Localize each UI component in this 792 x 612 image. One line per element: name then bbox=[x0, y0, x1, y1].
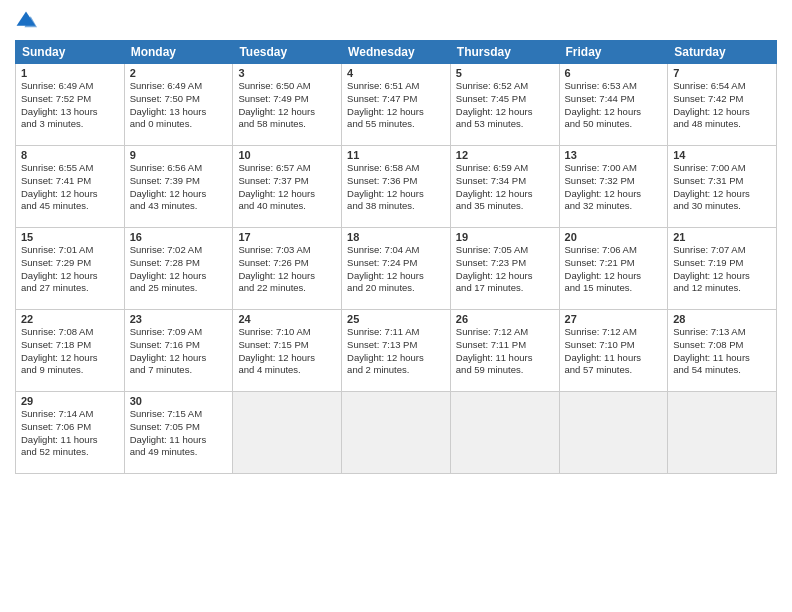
day-number: 14 bbox=[673, 149, 771, 161]
day-info: Sunrise: 7:02 AMSunset: 7:28 PMDaylight:… bbox=[130, 244, 228, 295]
calendar-table: SundayMondayTuesdayWednesdayThursdayFrid… bbox=[15, 40, 777, 474]
day-info: Sunrise: 7:10 AMSunset: 7:15 PMDaylight:… bbox=[238, 326, 336, 377]
day-number: 13 bbox=[565, 149, 663, 161]
calendar-cell: 4Sunrise: 6:51 AMSunset: 7:47 PMDaylight… bbox=[342, 64, 451, 146]
week-row: 22Sunrise: 7:08 AMSunset: 7:18 PMDayligh… bbox=[16, 310, 777, 392]
day-number: 10 bbox=[238, 149, 336, 161]
day-info: Sunrise: 6:49 AMSunset: 7:52 PMDaylight:… bbox=[21, 80, 119, 131]
day-number: 21 bbox=[673, 231, 771, 243]
week-row: 1Sunrise: 6:49 AMSunset: 7:52 PMDaylight… bbox=[16, 64, 777, 146]
day-number: 29 bbox=[21, 395, 119, 407]
day-header: Monday bbox=[124, 41, 233, 64]
day-info: Sunrise: 7:09 AMSunset: 7:16 PMDaylight:… bbox=[130, 326, 228, 377]
calendar-cell: 2Sunrise: 6:49 AMSunset: 7:50 PMDaylight… bbox=[124, 64, 233, 146]
day-info: Sunrise: 7:15 AMSunset: 7:05 PMDaylight:… bbox=[130, 408, 228, 459]
day-number: 26 bbox=[456, 313, 554, 325]
calendar-cell: 7Sunrise: 6:54 AMSunset: 7:42 PMDaylight… bbox=[668, 64, 777, 146]
day-number: 7 bbox=[673, 67, 771, 79]
calendar-cell: 30Sunrise: 7:15 AMSunset: 7:05 PMDayligh… bbox=[124, 392, 233, 474]
day-number: 6 bbox=[565, 67, 663, 79]
calendar-cell: 16Sunrise: 7:02 AMSunset: 7:28 PMDayligh… bbox=[124, 228, 233, 310]
calendar-cell: 27Sunrise: 7:12 AMSunset: 7:10 PMDayligh… bbox=[559, 310, 668, 392]
day-number: 30 bbox=[130, 395, 228, 407]
day-info: Sunrise: 6:55 AMSunset: 7:41 PMDaylight:… bbox=[21, 162, 119, 213]
day-info: Sunrise: 7:06 AMSunset: 7:21 PMDaylight:… bbox=[565, 244, 663, 295]
calendar-cell: 26Sunrise: 7:12 AMSunset: 7:11 PMDayligh… bbox=[450, 310, 559, 392]
day-info: Sunrise: 6:57 AMSunset: 7:37 PMDaylight:… bbox=[238, 162, 336, 213]
calendar-cell: 22Sunrise: 7:08 AMSunset: 7:18 PMDayligh… bbox=[16, 310, 125, 392]
calendar-cell: 6Sunrise: 6:53 AMSunset: 7:44 PMDaylight… bbox=[559, 64, 668, 146]
day-number: 15 bbox=[21, 231, 119, 243]
day-info: Sunrise: 7:11 AMSunset: 7:13 PMDaylight:… bbox=[347, 326, 445, 377]
calendar-cell: 12Sunrise: 6:59 AMSunset: 7:34 PMDayligh… bbox=[450, 146, 559, 228]
day-number: 28 bbox=[673, 313, 771, 325]
logo bbox=[15, 10, 41, 32]
day-info: Sunrise: 7:03 AMSunset: 7:26 PMDaylight:… bbox=[238, 244, 336, 295]
day-info: Sunrise: 6:58 AMSunset: 7:36 PMDaylight:… bbox=[347, 162, 445, 213]
day-number: 1 bbox=[21, 67, 119, 79]
calendar-cell: 18Sunrise: 7:04 AMSunset: 7:24 PMDayligh… bbox=[342, 228, 451, 310]
calendar-body: 1Sunrise: 6:49 AMSunset: 7:52 PMDaylight… bbox=[16, 64, 777, 474]
calendar-cell: 1Sunrise: 6:49 AMSunset: 7:52 PMDaylight… bbox=[16, 64, 125, 146]
calendar-cell: 11Sunrise: 6:58 AMSunset: 7:36 PMDayligh… bbox=[342, 146, 451, 228]
day-number: 18 bbox=[347, 231, 445, 243]
day-header: Thursday bbox=[450, 41, 559, 64]
calendar-cell bbox=[668, 392, 777, 474]
day-info: Sunrise: 7:00 AMSunset: 7:31 PMDaylight:… bbox=[673, 162, 771, 213]
day-number: 22 bbox=[21, 313, 119, 325]
day-info: Sunrise: 7:04 AMSunset: 7:24 PMDaylight:… bbox=[347, 244, 445, 295]
day-header: Sunday bbox=[16, 41, 125, 64]
day-info: Sunrise: 7:14 AMSunset: 7:06 PMDaylight:… bbox=[21, 408, 119, 459]
calendar-header: SundayMondayTuesdayWednesdayThursdayFrid… bbox=[16, 41, 777, 64]
day-number: 16 bbox=[130, 231, 228, 243]
calendar-cell: 14Sunrise: 7:00 AMSunset: 7:31 PMDayligh… bbox=[668, 146, 777, 228]
day-number: 12 bbox=[456, 149, 554, 161]
calendar-cell: 20Sunrise: 7:06 AMSunset: 7:21 PMDayligh… bbox=[559, 228, 668, 310]
day-number: 25 bbox=[347, 313, 445, 325]
week-row: 15Sunrise: 7:01 AMSunset: 7:29 PMDayligh… bbox=[16, 228, 777, 310]
day-info: Sunrise: 6:51 AMSunset: 7:47 PMDaylight:… bbox=[347, 80, 445, 131]
calendar-cell bbox=[233, 392, 342, 474]
day-number: 27 bbox=[565, 313, 663, 325]
day-number: 2 bbox=[130, 67, 228, 79]
day-info: Sunrise: 7:12 AMSunset: 7:11 PMDaylight:… bbox=[456, 326, 554, 377]
calendar-cell: 10Sunrise: 6:57 AMSunset: 7:37 PMDayligh… bbox=[233, 146, 342, 228]
day-number: 9 bbox=[130, 149, 228, 161]
calendar-cell: 9Sunrise: 6:56 AMSunset: 7:39 PMDaylight… bbox=[124, 146, 233, 228]
week-row: 8Sunrise: 6:55 AMSunset: 7:41 PMDaylight… bbox=[16, 146, 777, 228]
day-info: Sunrise: 6:53 AMSunset: 7:44 PMDaylight:… bbox=[565, 80, 663, 131]
calendar-cell: 17Sunrise: 7:03 AMSunset: 7:26 PMDayligh… bbox=[233, 228, 342, 310]
day-info: Sunrise: 7:13 AMSunset: 7:08 PMDaylight:… bbox=[673, 326, 771, 377]
calendar-cell: 24Sunrise: 7:10 AMSunset: 7:15 PMDayligh… bbox=[233, 310, 342, 392]
calendar-cell: 5Sunrise: 6:52 AMSunset: 7:45 PMDaylight… bbox=[450, 64, 559, 146]
day-header: Wednesday bbox=[342, 41, 451, 64]
day-info: Sunrise: 6:50 AMSunset: 7:49 PMDaylight:… bbox=[238, 80, 336, 131]
day-number: 20 bbox=[565, 231, 663, 243]
calendar-cell: 13Sunrise: 7:00 AMSunset: 7:32 PMDayligh… bbox=[559, 146, 668, 228]
day-info: Sunrise: 7:08 AMSunset: 7:18 PMDaylight:… bbox=[21, 326, 119, 377]
day-number: 19 bbox=[456, 231, 554, 243]
day-info: Sunrise: 6:54 AMSunset: 7:42 PMDaylight:… bbox=[673, 80, 771, 131]
day-header: Tuesday bbox=[233, 41, 342, 64]
calendar-cell: 25Sunrise: 7:11 AMSunset: 7:13 PMDayligh… bbox=[342, 310, 451, 392]
day-info: Sunrise: 6:56 AMSunset: 7:39 PMDaylight:… bbox=[130, 162, 228, 213]
day-info: Sunrise: 7:01 AMSunset: 7:29 PMDaylight:… bbox=[21, 244, 119, 295]
calendar-cell: 3Sunrise: 6:50 AMSunset: 7:49 PMDaylight… bbox=[233, 64, 342, 146]
day-info: Sunrise: 6:52 AMSunset: 7:45 PMDaylight:… bbox=[456, 80, 554, 131]
day-info: Sunrise: 6:59 AMSunset: 7:34 PMDaylight:… bbox=[456, 162, 554, 213]
day-number: 23 bbox=[130, 313, 228, 325]
day-info: Sunrise: 7:12 AMSunset: 7:10 PMDaylight:… bbox=[565, 326, 663, 377]
calendar-cell bbox=[450, 392, 559, 474]
day-info: Sunrise: 7:00 AMSunset: 7:32 PMDaylight:… bbox=[565, 162, 663, 213]
day-header: Friday bbox=[559, 41, 668, 64]
day-number: 4 bbox=[347, 67, 445, 79]
logo-icon bbox=[15, 10, 37, 32]
week-row: 29Sunrise: 7:14 AMSunset: 7:06 PMDayligh… bbox=[16, 392, 777, 474]
calendar-cell: 15Sunrise: 7:01 AMSunset: 7:29 PMDayligh… bbox=[16, 228, 125, 310]
calendar-cell bbox=[342, 392, 451, 474]
day-number: 8 bbox=[21, 149, 119, 161]
calendar-cell: 28Sunrise: 7:13 AMSunset: 7:08 PMDayligh… bbox=[668, 310, 777, 392]
day-info: Sunrise: 7:05 AMSunset: 7:23 PMDaylight:… bbox=[456, 244, 554, 295]
calendar-cell: 23Sunrise: 7:09 AMSunset: 7:16 PMDayligh… bbox=[124, 310, 233, 392]
calendar-cell: 21Sunrise: 7:07 AMSunset: 7:19 PMDayligh… bbox=[668, 228, 777, 310]
